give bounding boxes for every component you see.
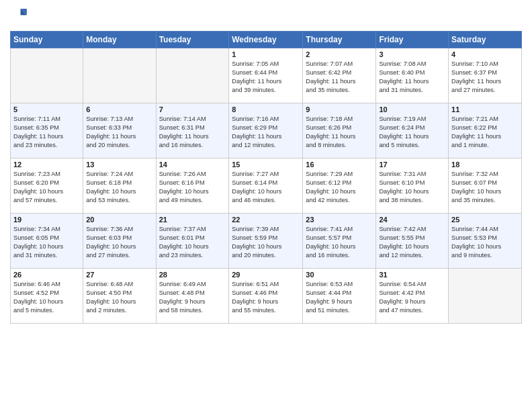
day-info: Sunrise: 7:34 AM Sunset: 6:05 PM Dayligh… bbox=[13, 225, 80, 260]
day-info: Sunrise: 7:10 AM Sunset: 6:37 PM Dayligh… bbox=[451, 60, 519, 95]
day-info: Sunrise: 7:07 AM Sunset: 6:42 PM Dayligh… bbox=[306, 60, 373, 95]
calendar-cell: 22Sunrise: 7:39 AM Sunset: 5:59 PM Dayli… bbox=[229, 214, 303, 269]
day-info: Sunrise: 7:32 AM Sunset: 6:07 PM Dayligh… bbox=[451, 170, 519, 205]
day-info: Sunrise: 7:37 AM Sunset: 6:01 PM Dayligh… bbox=[159, 225, 226, 260]
calendar-cell: 8Sunrise: 7:16 AM Sunset: 6:29 PM Daylig… bbox=[229, 103, 303, 158]
day-info: Sunrise: 7:42 AM Sunset: 5:55 PM Dayligh… bbox=[379, 225, 445, 260]
day-info: Sunrise: 6:49 AM Sunset: 4:48 PM Dayligh… bbox=[159, 280, 226, 315]
day-number: 11 bbox=[451, 105, 519, 113]
calendar-cell: 17Sunrise: 7:31 AM Sunset: 6:10 PM Dayli… bbox=[376, 158, 449, 214]
page: SundayMondayTuesdayWednesdayThursdayFrid… bbox=[0, 0, 532, 411]
day-number: 15 bbox=[232, 161, 300, 169]
weekday-header-tuesday: Tuesday bbox=[156, 32, 229, 48]
calendar-cell: 11Sunrise: 7:21 AM Sunset: 6:22 PM Dayli… bbox=[449, 103, 522, 158]
calendar-cell: 7Sunrise: 7:14 AM Sunset: 6:31 PM Daylig… bbox=[156, 103, 229, 158]
day-info: Sunrise: 7:11 AM Sunset: 6:35 PM Dayligh… bbox=[13, 115, 80, 150]
calendar-cell: 31Sunrise: 6:54 AM Sunset: 4:42 PM Dayli… bbox=[376, 269, 449, 324]
calendar-week-row: 19Sunrise: 7:34 AM Sunset: 6:05 PM Dayli… bbox=[11, 214, 522, 269]
day-number: 3 bbox=[379, 50, 445, 58]
day-info: Sunrise: 6:46 AM Sunset: 4:52 PM Dayligh… bbox=[13, 280, 80, 315]
day-number: 9 bbox=[306, 105, 373, 113]
calendar-table: SundayMondayTuesdayWednesdayThursdayFrid… bbox=[10, 31, 522, 324]
calendar-cell: 27Sunrise: 6:48 AM Sunset: 4:50 PM Dayli… bbox=[83, 269, 156, 324]
day-info: Sunrise: 7:41 AM Sunset: 5:57 PM Dayligh… bbox=[306, 225, 373, 260]
calendar-cell: 14Sunrise: 7:26 AM Sunset: 6:16 PM Dayli… bbox=[156, 158, 229, 214]
weekday-header-row: SundayMondayTuesdayWednesdayThursdayFrid… bbox=[11, 32, 522, 48]
day-number: 2 bbox=[306, 50, 373, 58]
day-number: 29 bbox=[232, 271, 300, 279]
day-number: 18 bbox=[451, 161, 519, 169]
day-number: 8 bbox=[232, 105, 300, 113]
day-info: Sunrise: 7:18 AM Sunset: 6:26 PM Dayligh… bbox=[306, 115, 373, 150]
calendar-cell: 24Sunrise: 7:42 AM Sunset: 5:55 PM Dayli… bbox=[376, 214, 449, 269]
logo bbox=[10, 7, 32, 26]
weekday-header-monday: Monday bbox=[83, 32, 156, 48]
weekday-header-saturday: Saturday bbox=[449, 32, 522, 48]
calendar-cell: 4Sunrise: 7:10 AM Sunset: 6:37 PM Daylig… bbox=[449, 48, 522, 103]
weekday-header-sunday: Sunday bbox=[11, 32, 83, 48]
calendar-week-row: 5Sunrise: 7:11 AM Sunset: 6:35 PM Daylig… bbox=[11, 103, 522, 158]
day-info: Sunrise: 7:21 AM Sunset: 6:22 PM Dayligh… bbox=[451, 115, 519, 150]
day-info: Sunrise: 7:29 AM Sunset: 6:12 PM Dayligh… bbox=[306, 170, 373, 205]
calendar-cell: 18Sunrise: 7:32 AM Sunset: 6:07 PM Dayli… bbox=[449, 158, 522, 214]
calendar-cell: 13Sunrise: 7:24 AM Sunset: 6:18 PM Dayli… bbox=[83, 158, 156, 214]
weekday-header-thursday: Thursday bbox=[303, 32, 376, 48]
calendar-cell: 1Sunrise: 7:05 AM Sunset: 6:44 PM Daylig… bbox=[229, 48, 303, 103]
day-number: 16 bbox=[306, 161, 373, 169]
calendar-cell: 6Sunrise: 7:13 AM Sunset: 6:33 PM Daylig… bbox=[83, 103, 156, 158]
calendar-cell bbox=[156, 48, 229, 103]
calendar-cell: 12Sunrise: 7:23 AM Sunset: 6:20 PM Dayli… bbox=[11, 158, 83, 214]
day-number: 1 bbox=[232, 50, 300, 58]
day-info: Sunrise: 6:48 AM Sunset: 4:50 PM Dayligh… bbox=[86, 280, 152, 315]
day-number: 27 bbox=[86, 271, 152, 279]
day-info: Sunrise: 6:53 AM Sunset: 4:44 PM Dayligh… bbox=[306, 280, 373, 315]
calendar-week-row: 12Sunrise: 7:23 AM Sunset: 6:20 PM Dayli… bbox=[11, 158, 522, 214]
day-number: 24 bbox=[379, 216, 445, 224]
calendar-week-row: 26Sunrise: 6:46 AM Sunset: 4:52 PM Dayli… bbox=[11, 269, 522, 324]
day-info: Sunrise: 7:14 AM Sunset: 6:31 PM Dayligh… bbox=[159, 115, 226, 150]
calendar-cell: 10Sunrise: 7:19 AM Sunset: 6:24 PM Dayli… bbox=[376, 103, 449, 158]
day-info: Sunrise: 7:08 AM Sunset: 6:40 PM Dayligh… bbox=[379, 60, 445, 95]
calendar-cell: 15Sunrise: 7:27 AM Sunset: 6:14 PM Dayli… bbox=[229, 158, 303, 214]
calendar-cell: 9Sunrise: 7:18 AM Sunset: 6:26 PM Daylig… bbox=[303, 103, 376, 158]
calendar-week-row: 1Sunrise: 7:05 AM Sunset: 6:44 PM Daylig… bbox=[11, 48, 522, 103]
day-info: Sunrise: 7:19 AM Sunset: 6:24 PM Dayligh… bbox=[379, 115, 445, 150]
day-number: 5 bbox=[13, 105, 80, 113]
weekday-header-wednesday: Wednesday bbox=[229, 32, 303, 48]
calendar-cell: 3Sunrise: 7:08 AM Sunset: 6:40 PM Daylig… bbox=[376, 48, 449, 103]
day-number: 13 bbox=[86, 161, 152, 169]
day-number: 6 bbox=[86, 105, 152, 113]
calendar-cell: 28Sunrise: 6:49 AM Sunset: 4:48 PM Dayli… bbox=[156, 269, 229, 324]
calendar-cell: 19Sunrise: 7:34 AM Sunset: 6:05 PM Dayli… bbox=[11, 214, 83, 269]
calendar-cell: 29Sunrise: 6:51 AM Sunset: 4:46 PM Dayli… bbox=[229, 269, 303, 324]
day-info: Sunrise: 7:27 AM Sunset: 6:14 PM Dayligh… bbox=[232, 170, 300, 205]
calendar-cell: 16Sunrise: 7:29 AM Sunset: 6:12 PM Dayli… bbox=[303, 158, 376, 214]
day-info: Sunrise: 6:51 AM Sunset: 4:46 PM Dayligh… bbox=[232, 280, 300, 315]
calendar-cell: 30Sunrise: 6:53 AM Sunset: 4:44 PM Dayli… bbox=[303, 269, 376, 324]
day-info: Sunrise: 7:24 AM Sunset: 6:18 PM Dayligh… bbox=[86, 170, 152, 205]
weekday-header-friday: Friday bbox=[376, 32, 449, 48]
calendar-cell: 23Sunrise: 7:41 AM Sunset: 5:57 PM Dayli… bbox=[303, 214, 376, 269]
calendar-cell bbox=[449, 269, 522, 324]
calendar-cell bbox=[11, 48, 83, 103]
calendar-cell: 25Sunrise: 7:44 AM Sunset: 5:53 PM Dayli… bbox=[449, 214, 522, 269]
day-number: 10 bbox=[379, 105, 445, 113]
day-info: Sunrise: 7:13 AM Sunset: 6:33 PM Dayligh… bbox=[86, 115, 152, 150]
day-number: 23 bbox=[306, 216, 373, 224]
day-info: Sunrise: 7:23 AM Sunset: 6:20 PM Dayligh… bbox=[13, 170, 80, 205]
day-number: 31 bbox=[379, 271, 445, 279]
day-number: 30 bbox=[306, 271, 373, 279]
day-number: 21 bbox=[159, 216, 226, 224]
calendar-cell: 26Sunrise: 6:46 AM Sunset: 4:52 PM Dayli… bbox=[11, 269, 83, 324]
calendar-cell: 2Sunrise: 7:07 AM Sunset: 6:42 PM Daylig… bbox=[303, 48, 376, 103]
day-info: Sunrise: 6:54 AM Sunset: 4:42 PM Dayligh… bbox=[379, 280, 445, 315]
day-info: Sunrise: 7:05 AM Sunset: 6:44 PM Dayligh… bbox=[232, 60, 300, 95]
day-number: 26 bbox=[13, 271, 80, 279]
day-info: Sunrise: 7:16 AM Sunset: 6:29 PM Dayligh… bbox=[232, 115, 300, 150]
calendar-cell bbox=[83, 48, 156, 103]
day-number: 14 bbox=[159, 161, 226, 169]
day-number: 28 bbox=[159, 271, 226, 279]
calendar-cell: 5Sunrise: 7:11 AM Sunset: 6:35 PM Daylig… bbox=[11, 103, 83, 158]
logo-icon bbox=[10, 7, 29, 26]
day-number: 17 bbox=[379, 161, 445, 169]
